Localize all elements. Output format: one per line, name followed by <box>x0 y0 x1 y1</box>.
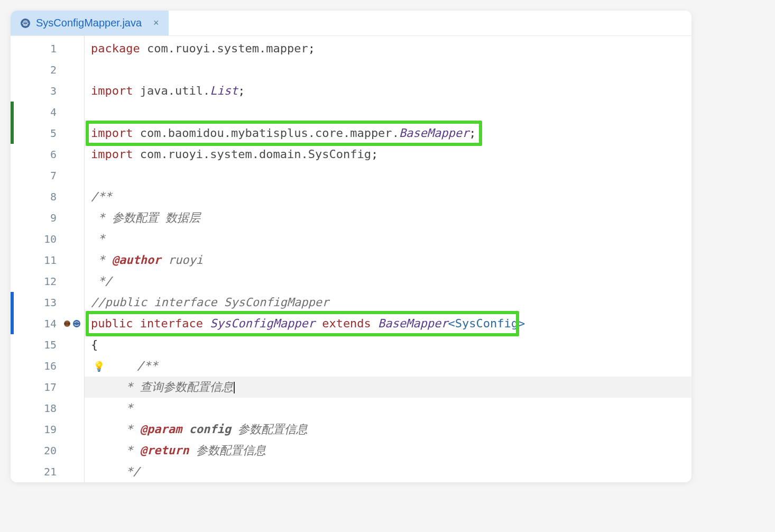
token-pkg-dot: . <box>343 126 350 140</box>
code-line[interactable]: */ <box>85 271 691 292</box>
code-line[interactable]: * <box>85 398 691 419</box>
token-javadoc-tag: @author <box>112 253 161 267</box>
line-number: 12 <box>44 275 57 288</box>
gutter-line: 4 <box>11 102 84 123</box>
line-number: 16 <box>44 360 57 372</box>
code-line[interactable]: */ <box>85 461 691 482</box>
gutter-line: 17 <box>11 377 84 398</box>
token-pkg-dot: . <box>161 148 168 161</box>
svg-point-5 <box>73 320 80 327</box>
token-comment: /** <box>91 190 112 203</box>
token-comment: */ <box>91 274 112 288</box>
lightbulb-icon[interactable]: 💡 <box>93 356 105 377</box>
token-pkg-dot: . <box>203 148 210 161</box>
gutter-line: 2 <box>11 59 84 80</box>
gutter-line: 11 <box>11 250 84 271</box>
token-pkg: mapper <box>266 42 308 55</box>
token-pkg-dot: . <box>203 84 210 97</box>
token-javadoc-val: 参数配置信息 <box>238 423 308 436</box>
token-pkg: ruoyi <box>175 42 210 55</box>
code-line[interactable]: * @return 参数配置信息 <box>85 440 691 461</box>
token-kw: import <box>91 126 133 140</box>
token-comment: * <box>126 444 140 457</box>
code-line[interactable]: import com.ruoyi.system.domain.SysConfig… <box>85 144 691 165</box>
line-number: 18 <box>44 402 57 415</box>
line-number: 3 <box>50 85 57 97</box>
gutter-line: 13 <box>11 292 84 313</box>
code-line[interactable]: 💡 /** <box>85 355 691 377</box>
token-javadoc-val: ruoyi <box>168 253 203 267</box>
code-line[interactable]: * @param config 参数配置信息 <box>85 419 691 440</box>
code-line[interactable]: /** <box>85 186 691 207</box>
code-line[interactable]: * 参数配置 数据层 <box>85 207 691 228</box>
token-pkg-dot: . <box>392 126 399 140</box>
token-comment: * <box>126 401 133 415</box>
code-line[interactable]: package com.ruoyi.system.mapper; <box>85 38 691 59</box>
change-marker <box>11 123 14 144</box>
line-number: 7 <box>50 169 57 182</box>
token-pkg-dot: . <box>161 126 168 140</box>
gutter-run-icons[interactable] <box>63 319 81 328</box>
token-generic-type: SysConfig <box>455 317 518 330</box>
token-pkg: mapper <box>350 126 392 140</box>
tab-filename: SysConfigMapper.java <box>36 17 142 29</box>
gutter-line: 15 <box>11 334 84 355</box>
gutter: 123456789101112131415161718192021 <box>11 36 85 482</box>
gutter-line: 9 <box>11 207 84 228</box>
code-line[interactable]: * <box>85 228 691 250</box>
token-pkg-dot: . <box>210 42 217 55</box>
token-pkg: com <box>140 126 161 140</box>
code-line[interactable] <box>85 59 691 80</box>
line-number: 4 <box>50 106 57 118</box>
tab-bar: SysConfigMapper.java × <box>11 11 691 36</box>
close-icon[interactable]: × <box>153 17 159 29</box>
token-pkg-dot: . <box>259 42 266 55</box>
token-pkg: java <box>140 84 168 97</box>
svg-point-3 <box>64 323 67 325</box>
token-pkg-dot: . <box>301 148 308 161</box>
token-semi: ; <box>308 42 315 55</box>
change-marker <box>11 102 14 123</box>
text-caret <box>234 382 235 393</box>
code-line[interactable]: * @author ruoyi <box>85 250 691 271</box>
gutter-line: 20 <box>11 440 84 461</box>
code-line[interactable]: { <box>85 334 691 355</box>
file-tab[interactable]: SysConfigMapper.java × <box>11 11 169 35</box>
gutter-line: 6 <box>11 144 84 165</box>
token-end-type: BaseMapper <box>399 126 469 140</box>
token-comment: * <box>126 423 140 436</box>
code-line[interactable]: * 查询参数配置信息 <box>85 377 691 398</box>
token-javadoc-tag: @return <box>140 444 189 457</box>
token-comment: /** <box>137 359 158 372</box>
gutter-line: 5 <box>11 123 84 144</box>
token-pkg: domain <box>259 148 301 161</box>
change-marker <box>11 313 14 334</box>
token-comment: * 参数配置 数据层 <box>91 211 200 224</box>
token-javadoc-val: 参数配置信息 <box>196 444 266 457</box>
token-comment: //public interface SysConfigMapper <box>91 296 329 309</box>
code-area[interactable]: package com.ruoyi.system.mapper;import j… <box>85 36 691 482</box>
line-number: 21 <box>44 465 57 478</box>
gutter-line: 19 <box>11 419 84 440</box>
line-number: 19 <box>44 423 57 436</box>
token-generic-br: < <box>448 317 455 330</box>
gutter-line: 10 <box>11 228 84 250</box>
code-line[interactable]: import java.util.List; <box>85 80 691 102</box>
code-line[interactable]: //public interface SysConfigMapper <box>85 292 691 313</box>
code-line[interactable] <box>85 102 691 123</box>
line-number: 10 <box>44 233 57 245</box>
code-line[interactable]: public interface SysConfigMapper extends… <box>85 313 691 334</box>
line-number: 1 <box>50 42 57 55</box>
code-line[interactable]: import com.baomidou.mybatisplus.core.map… <box>85 123 691 144</box>
line-number: 13 <box>44 296 57 309</box>
change-marker <box>11 292 14 313</box>
token-javadoc-tag: @param <box>140 423 182 436</box>
token-pkg: baomidou <box>168 126 224 140</box>
token-pkg: core <box>315 126 343 140</box>
token-pkg: system <box>210 148 252 161</box>
token-pkg: util <box>175 84 203 97</box>
line-number: 6 <box>50 148 57 161</box>
line-number: 9 <box>50 212 57 224</box>
code-line[interactable] <box>85 165 691 186</box>
gutter-line: 21 <box>11 461 84 482</box>
